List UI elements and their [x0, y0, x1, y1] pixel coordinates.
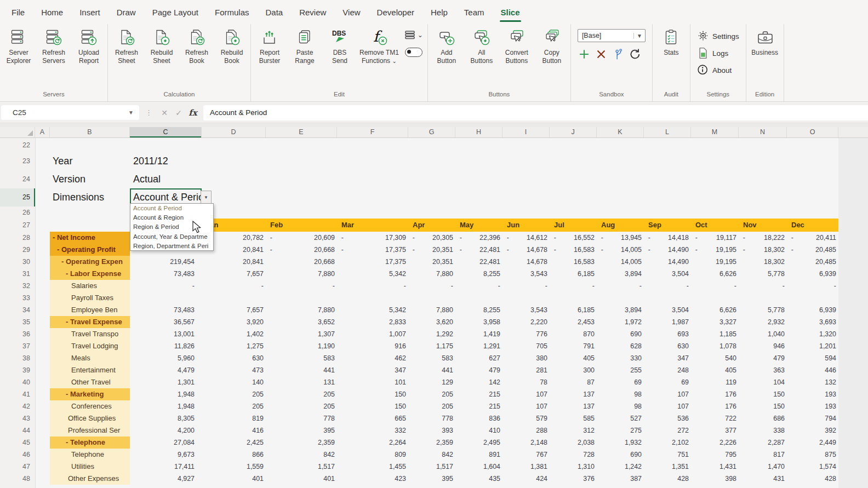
cell[interactable]: 1,431	[691, 461, 739, 473]
month-header-sep[interactable]: Sep	[644, 219, 691, 232]
cell-total[interactable]	[130, 292, 202, 304]
cell[interactable]: 767	[502, 449, 550, 461]
cell[interactable]: 809	[337, 449, 408, 461]
cancel-icon[interactable]: ✕	[157, 108, 172, 117]
row-header-28[interactable]: 28	[0, 232, 35, 244]
cell[interactable]: 14,418-	[644, 232, 691, 244]
cell[interactable]: 205	[408, 400, 455, 412]
cell[interactable]: 107	[502, 388, 550, 400]
row-label-salaries[interactable]: Salaries	[50, 280, 130, 292]
row-label-marketing[interactable]: - Marketing	[50, 388, 130, 400]
row-label-utilities[interactable]: Utilities	[50, 461, 130, 473]
refresh-servers-button[interactable]: Refresh Servers	[36, 27, 71, 66]
cell[interactable]: 585	[550, 412, 597, 424]
cell[interactable]: 690	[597, 328, 644, 340]
tab-draw[interactable]: Draw	[108, 0, 144, 24]
cell[interactable]: 916	[337, 340, 408, 352]
cell[interactable]: 686	[739, 412, 787, 424]
cell[interactable]: 395	[266, 424, 337, 437]
cell[interactable]: 87	[550, 376, 597, 388]
cell[interactable]: 462	[337, 352, 408, 364]
cell[interactable]: 630	[644, 340, 691, 352]
tab-slice[interactable]: Slice	[493, 0, 528, 24]
cell[interactable]: 14,005-	[597, 244, 644, 256]
cell[interactable]: 215	[455, 400, 502, 412]
row-label-employee-ben[interactable]: Employee Ben	[50, 304, 130, 316]
cell[interactable]: 405	[691, 364, 739, 376]
cell[interactable]: 19,195-	[691, 244, 739, 256]
row-header-29[interactable]: 29	[0, 244, 35, 256]
cell[interactable]: 107	[644, 400, 691, 412]
cell[interactable]: 16,552-	[550, 232, 597, 244]
cell[interactable]: 22,481-	[455, 244, 502, 256]
cell[interactable]: 20,485	[787, 256, 838, 268]
column-header-j[interactable]: J	[550, 127, 597, 137]
cell[interactable]: 875	[787, 449, 838, 461]
cell[interactable]: 3,894	[597, 304, 644, 316]
cell[interactable]: 1,419	[455, 328, 502, 340]
cell[interactable]: 1,972	[597, 316, 644, 328]
cell[interactable]: -	[502, 280, 550, 292]
row-label-conferences[interactable]: Conferences	[50, 400, 130, 412]
row-header-34[interactable]: 34	[0, 304, 35, 316]
cell[interactable]: 594	[787, 352, 838, 364]
cell[interactable]: 690	[597, 449, 644, 461]
column-header-l[interactable]: L	[644, 127, 691, 137]
row-header-38[interactable]: 38	[0, 352, 35, 364]
cell[interactable]: 5,342	[337, 304, 408, 316]
cell[interactable]: -	[691, 280, 739, 292]
cell[interactable]: 819	[202, 412, 266, 424]
cell-total[interactable]: 17,411	[130, 461, 202, 473]
cell[interactable]: 205	[202, 400, 266, 412]
cell[interactable]: 2,932	[739, 316, 787, 328]
cell[interactable]: 1,381	[502, 461, 550, 473]
cell[interactable]: 2,102	[644, 437, 691, 449]
cell[interactable]: 20,411	[787, 232, 838, 244]
cell[interactable]: 6,626	[691, 268, 739, 280]
cell[interactable]: 6,185	[550, 268, 597, 280]
cell[interactable]	[597, 292, 644, 304]
cell[interactable]	[408, 292, 455, 304]
all-buttons-button[interactable]: All Buttons	[464, 27, 499, 66]
cell[interactable]: 1,292	[408, 328, 455, 340]
tab-developer[interactable]: Developer	[369, 0, 422, 24]
cell[interactable]: 1,175	[408, 340, 455, 352]
cell[interactable]: 215	[455, 388, 502, 400]
cell[interactable]: 536	[644, 412, 691, 424]
cell[interactable]: 20,351	[408, 256, 455, 268]
cell[interactable]: 778	[408, 412, 455, 424]
cell[interactable]: 2,425	[202, 437, 266, 449]
cell-total[interactable]: 4,927	[130, 473, 202, 485]
row-label-other-expenses[interactable]: Other Expenses	[50, 473, 130, 485]
month-header-may[interactable]: May	[455, 219, 502, 232]
cell[interactable]: 20,609-	[266, 232, 337, 244]
cell[interactable]: 705	[502, 340, 550, 352]
cell-label-year[interactable]: Year	[50, 152, 130, 170]
row-label-operating-expen[interactable]: - Operating Expen	[50, 256, 130, 268]
refresh-sheet-button[interactable]: Refresh Sheet	[109, 27, 144, 66]
cell[interactable]: -	[739, 280, 787, 292]
cell[interactable]: 398	[691, 473, 739, 485]
sandbox-select[interactable]: [Base]▼	[578, 29, 646, 42]
cell[interactable]: 137	[550, 400, 597, 412]
cell[interactable]: 2,264	[337, 437, 408, 449]
month-header-dec[interactable]: Dec	[787, 219, 838, 232]
row-label-telephone[interactable]: Telephone	[50, 449, 130, 461]
cell-total[interactable]: 11,826	[130, 340, 202, 352]
name-box[interactable]: C25 ▼	[1, 105, 139, 120]
cell[interactable]: 150	[739, 388, 787, 400]
row-label-travel-transpo[interactable]: Travel Transpo	[50, 328, 130, 340]
row-header-30[interactable]: 30	[0, 256, 35, 268]
cell[interactable]	[202, 292, 266, 304]
cell[interactable]: 416	[202, 424, 266, 437]
create-sandbox-icon[interactable]	[578, 48, 591, 61]
cell[interactable]: 347	[644, 352, 691, 364]
dropdown-item-region-department-peri[interactable]: Region, Department & Peri	[130, 242, 213, 251]
cell[interactable]: 19,117-	[691, 232, 739, 244]
row-header-24[interactable]: 24	[0, 170, 35, 188]
cell[interactable]: -	[266, 280, 337, 292]
cell[interactable]: 1,470	[739, 461, 787, 473]
cell[interactable]: 101	[337, 376, 408, 388]
cell[interactable]: -	[337, 280, 408, 292]
cell[interactable]: 1,040	[739, 328, 787, 340]
